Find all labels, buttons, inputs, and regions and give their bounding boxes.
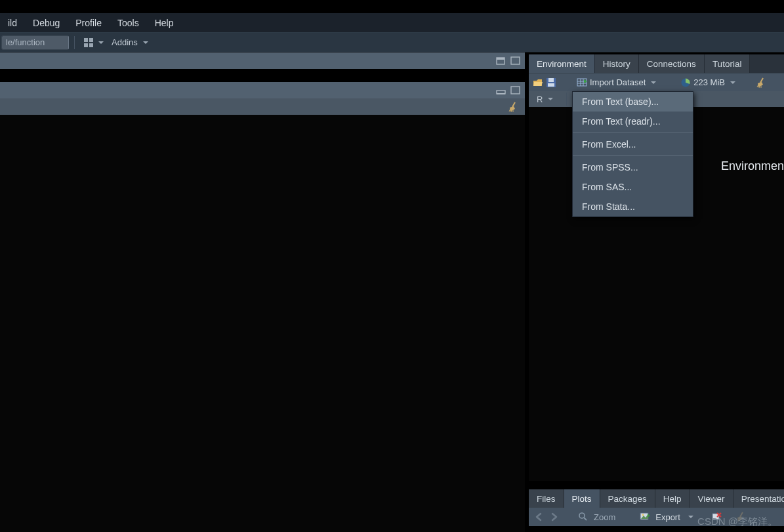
separator bbox=[747, 77, 748, 89]
svg-line-36 bbox=[740, 512, 743, 517]
separator bbox=[704, 511, 705, 523]
menu-help[interactable]: Help bbox=[147, 15, 182, 31]
svg-rect-9 bbox=[511, 87, 520, 94]
chevron-down-icon bbox=[688, 516, 693, 518]
goto-placeholder: le/function bbox=[6, 37, 45, 47]
tab-connections[interactable]: Connections bbox=[639, 54, 705, 73]
menu-from-text-readr[interactable]: From Text (readr)... bbox=[573, 112, 693, 131]
separator bbox=[567, 511, 567, 523]
minimize-console-icon[interactable] bbox=[496, 86, 506, 95]
separator bbox=[566, 92, 567, 106]
tab-help[interactable]: Help bbox=[655, 489, 690, 508]
env-sub-toolbar: R From Text (base)... From Text (readr).… bbox=[529, 91, 784, 107]
tab-files[interactable]: Files bbox=[529, 489, 564, 508]
tab-tutorial[interactable]: Tutorial bbox=[705, 54, 751, 73]
export-icon bbox=[640, 512, 650, 522]
tab-plots[interactable]: Plots bbox=[564, 489, 600, 508]
svg-rect-6 bbox=[511, 57, 520, 64]
plot-prev-button[interactable] bbox=[533, 510, 546, 523]
zoom-icon bbox=[578, 512, 588, 522]
chevron-down-icon bbox=[651, 81, 656, 84]
maximize-pane-icon[interactable] bbox=[510, 56, 521, 66]
workspace-panes-button[interactable] bbox=[80, 35, 108, 50]
plot-next-button[interactable] bbox=[547, 510, 560, 523]
left-column bbox=[0, 52, 525, 532]
console-toolbar bbox=[0, 98, 525, 115]
svg-rect-5 bbox=[497, 58, 505, 60]
svg-point-29 bbox=[579, 513, 585, 518]
minimize-pane-icon[interactable] bbox=[496, 56, 506, 66]
separator bbox=[629, 511, 629, 523]
tab-history[interactable]: History bbox=[595, 54, 639, 73]
plots-toolbar: Zoom Export bbox=[529, 508, 784, 526]
import-dataset-label: Import Dataset bbox=[590, 77, 646, 87]
addins-label: Addins bbox=[112, 37, 138, 47]
menu-from-excel[interactable]: From Excel... bbox=[573, 134, 693, 154]
broom-icon[interactable] bbox=[508, 102, 520, 112]
separator bbox=[728, 511, 729, 523]
separator bbox=[668, 77, 669, 89]
tab-viewer[interactable]: Viewer bbox=[690, 489, 733, 508]
right-column: Environment History Connections Tutorial bbox=[525, 52, 784, 532]
export-button[interactable]: Export bbox=[636, 510, 697, 524]
menu-debug[interactable]: Debug bbox=[25, 15, 68, 31]
bottom-right-panel: Files Plots Packages Help Viewer Present… bbox=[529, 487, 784, 532]
import-dataset-button[interactable]: Import Dataset bbox=[573, 75, 660, 90]
svg-rect-15 bbox=[548, 78, 554, 82]
menu-profile[interactable]: Profile bbox=[68, 15, 110, 31]
menubar: ild Debug Profile Tools Help bbox=[0, 13, 784, 33]
import-dataset-menu: From Text (base)... From Text (readr)...… bbox=[572, 91, 693, 217]
tab-presentation[interactable]: Presentation bbox=[733, 489, 784, 508]
console-pane-header bbox=[0, 82, 525, 98]
zoom-label: Zoom bbox=[591, 512, 618, 522]
separator bbox=[74, 36, 75, 49]
chevron-down-icon bbox=[143, 41, 148, 44]
scope-label: R bbox=[537, 94, 543, 104]
chevron-down-icon bbox=[548, 98, 553, 100]
svg-rect-2 bbox=[84, 43, 88, 47]
chevron-down-icon bbox=[730, 81, 735, 84]
remove-plot-icon[interactable] bbox=[711, 512, 722, 522]
export-label: Export bbox=[653, 512, 683, 522]
tab-packages[interactable]: Packages bbox=[600, 489, 655, 508]
memory-usage-button[interactable]: 223 MiB bbox=[676, 75, 739, 90]
import-grid-icon bbox=[577, 77, 587, 88]
memory-value: 223 MiB bbox=[693, 77, 725, 87]
svg-line-30 bbox=[584, 518, 587, 520]
env-toolbar: Import Dataset 223 MiB bbox=[529, 73, 784, 91]
grid-icon bbox=[84, 38, 93, 47]
menu-build[interactable]: ild bbox=[0, 15, 25, 31]
menu-from-sas[interactable]: From SAS... bbox=[573, 177, 693, 197]
clear-env-icon[interactable] bbox=[756, 77, 768, 88]
separator bbox=[564, 77, 565, 89]
menu-separator bbox=[573, 155, 693, 156]
svg-rect-16 bbox=[548, 83, 554, 87]
load-workspace-icon[interactable] bbox=[533, 77, 543, 88]
menu-from-text-base[interactable]: From Text (base)... bbox=[573, 92, 693, 112]
tab-environment[interactable]: Environment bbox=[529, 54, 595, 73]
environment-empty-text: Environmen bbox=[721, 159, 784, 173]
zoom-button[interactable]: Zoom bbox=[574, 510, 622, 524]
svg-line-10 bbox=[512, 102, 515, 107]
svg-rect-3 bbox=[89, 43, 93, 47]
svg-rect-1 bbox=[89, 38, 93, 42]
goto-function-input[interactable]: le/function bbox=[1, 35, 69, 50]
svg-point-32 bbox=[642, 514, 644, 516]
source-pane-header bbox=[0, 52, 525, 69]
menu-from-stata[interactable]: From Stata... bbox=[573, 197, 693, 216]
maximize-console-icon[interactable] bbox=[510, 86, 521, 95]
menu-separator bbox=[573, 133, 693, 133]
save-workspace-icon[interactable] bbox=[546, 77, 556, 88]
menu-tools[interactable]: Tools bbox=[110, 15, 147, 31]
plots-tabs: Files Plots Packages Help Viewer Present… bbox=[529, 489, 784, 508]
addins-button[interactable]: Addins bbox=[108, 35, 152, 50]
menu-from-spss[interactable]: From SPSS... bbox=[573, 157, 693, 177]
console-body[interactable] bbox=[0, 115, 525, 532]
clear-plots-icon[interactable] bbox=[735, 512, 747, 522]
main-toolbar: le/function Addins bbox=[0, 33, 784, 52]
env-tabs: Environment History Connections Tutorial bbox=[529, 54, 784, 73]
svg-line-23 bbox=[760, 78, 763, 83]
pie-icon bbox=[680, 77, 691, 88]
scope-selector[interactable]: R bbox=[533, 92, 557, 106]
chevron-down-icon bbox=[98, 41, 104, 44]
